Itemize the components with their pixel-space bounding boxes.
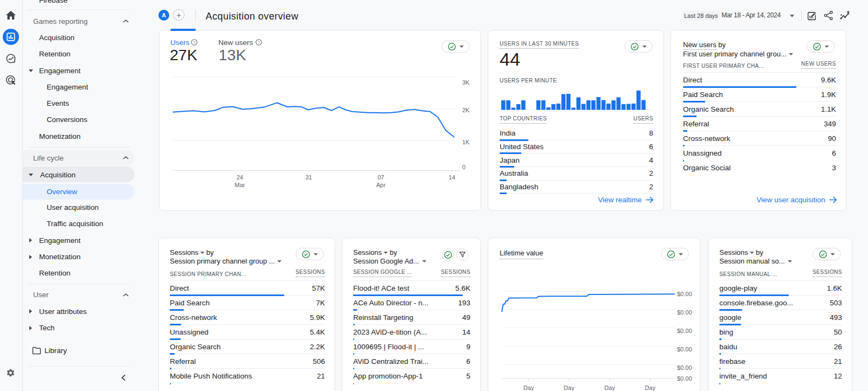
svg-text:$0.00: $0.00 — [677, 375, 692, 382]
svg-text:?: ? — [193, 40, 195, 45]
svg-text:$0.00: $0.00 — [677, 291, 692, 297]
svg-text:Mar: Mar — [235, 182, 245, 188]
svg-text:Day: Day — [564, 384, 575, 391]
svg-text:14: 14 — [449, 174, 455, 181]
svg-text:3K: 3K — [462, 79, 470, 86]
svg-text:?: ? — [258, 40, 260, 45]
svg-text:0: 0 — [462, 164, 465, 170]
svg-text:Day: Day — [645, 384, 656, 391]
svg-text:24: 24 — [237, 174, 243, 181]
svg-text:1K: 1K — [462, 139, 470, 145]
svg-text:$0.00: $0.00 — [677, 346, 692, 352]
svg-text:2K: 2K — [462, 107, 470, 113]
svg-text:Apr: Apr — [376, 182, 385, 188]
svg-text:$0.00: $0.00 — [677, 364, 692, 371]
svg-text:$0.00: $0.00 — [677, 309, 692, 316]
svg-text:Day: Day — [604, 384, 615, 391]
svg-text:Day: Day — [524, 384, 534, 391]
svg-text:31: 31 — [305, 174, 312, 181]
svg-text:$0.00: $0.00 — [677, 328, 692, 334]
svg-text:07: 07 — [378, 174, 384, 181]
